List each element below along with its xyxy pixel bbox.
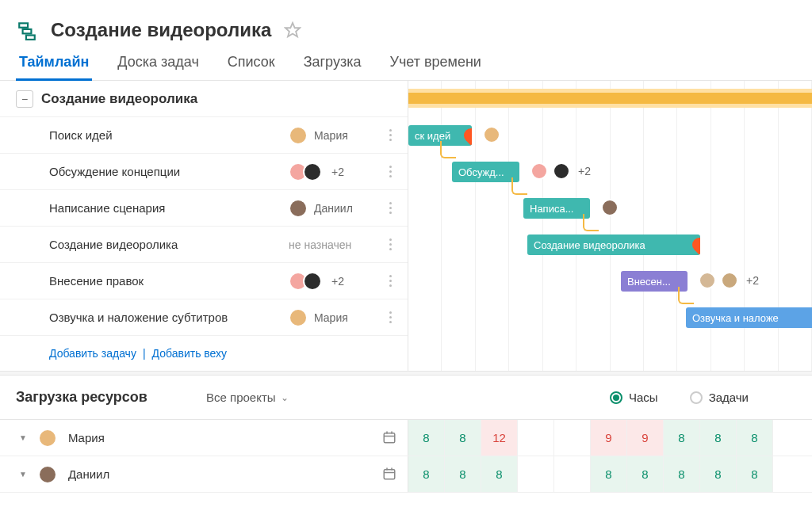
resources-title: Загрузка ресурсов [16, 389, 206, 406]
group-title: Создание видеоролика [41, 91, 197, 107]
radio-hours[interactable]: Часы [610, 391, 658, 404]
tab-3[interactable]: Загрузка [301, 54, 365, 80]
task-row[interactable]: Обсуждение концепции+2 [0, 154, 408, 190]
avatar [553, 162, 570, 180]
task-row[interactable]: Создание видеороликане назначен [0, 227, 408, 263]
workload-cell[interactable]: 8 [700, 420, 737, 456]
assignee[interactable]: Мария [289, 308, 376, 327]
workload-cell[interactable] [554, 420, 591, 456]
task-row[interactable]: Написание сценарияДаниил [0, 190, 408, 227]
avatar [699, 272, 716, 289]
view-tabs: ТаймлайнДоска задачСписокЗагрузкаУчет вр… [0, 41, 812, 81]
more-icon[interactable] [382, 200, 398, 216]
resource-row: ▼Мария881299888 [0, 420, 812, 456]
project-filter-dropdown[interactable]: Все проекты ⌄ [206, 391, 289, 404]
collapse-icon[interactable]: − [16, 90, 33, 108]
workload-cell[interactable]: 8 [700, 456, 737, 492]
radio-dot-icon [690, 391, 703, 404]
workload-cell[interactable]: 8 [591, 456, 627, 492]
svg-marker-3 [285, 23, 300, 36]
calendar-icon[interactable] [382, 467, 398, 482]
workload-cell[interactable]: 12 [481, 420, 518, 456]
workload-cell[interactable]: 8 [408, 456, 445, 492]
caret-icon[interactable]: ▼ [19, 433, 27, 442]
svg-rect-2 [26, 36, 35, 40]
avatar [483, 126, 500, 143]
star-icon[interactable] [284, 21, 301, 39]
tab-4[interactable]: Учет времени [386, 54, 484, 80]
tab-0[interactable]: Таймлайн [16, 54, 92, 80]
avatar [721, 272, 738, 289]
svg-rect-4 [384, 433, 395, 442]
assignee[interactable]: +2 [289, 272, 376, 291]
project-icon [16, 19, 38, 41]
task-name: Озвучка и наложение субтитров [49, 311, 289, 324]
gantt-bar[interactable]: Озвучка и наложе [686, 307, 812, 328]
svg-rect-1 [23, 29, 32, 33]
workload-cell[interactable]: 8 [664, 456, 700, 492]
workload-cell[interactable]: 8 [627, 456, 664, 492]
resource-name: Мария [68, 431, 371, 444]
more-icon[interactable] [382, 128, 398, 143]
workload-cell[interactable]: 8 [481, 456, 518, 492]
radio-tasks[interactable]: Задачи [690, 391, 749, 404]
task-name: Внесение правок [49, 274, 289, 288]
assignee[interactable]: +2 [289, 162, 376, 181]
avatar [601, 199, 619, 216]
task-row[interactable]: Внесение правок+2 [0, 263, 408, 299]
workload-cell[interactable]: 8 [408, 420, 445, 456]
project-bar[interactable] [408, 89, 812, 108]
more-icon[interactable] [382, 273, 398, 289]
svg-rect-0 [19, 23, 28, 27]
resource-row: ▼Даниил88888888 [0, 456, 812, 493]
workload-cell[interactable]: 9 [627, 420, 664, 456]
avatar [289, 199, 308, 218]
assignee[interactable]: Мария [289, 126, 376, 145]
workload-cell[interactable] [554, 456, 591, 492]
workload-cell[interactable]: 9 [591, 420, 627, 456]
assignee[interactable]: Даниил [289, 199, 376, 218]
divider: | [143, 347, 146, 360]
workload-cell[interactable]: 8 [737, 456, 773, 492]
tab-2[interactable]: Список [224, 54, 278, 80]
chevron-down-icon: ⌄ [281, 392, 289, 403]
avatar [303, 272, 322, 291]
workload-cell[interactable]: 8 [737, 420, 773, 456]
avatar [303, 162, 322, 181]
more-icon[interactable] [382, 310, 398, 326]
add-task-link[interactable]: Добавить задачу [49, 347, 136, 360]
avatar [530, 162, 548, 180]
connector [583, 214, 599, 231]
resource-name: Даниил [68, 467, 371, 481]
task-name: Поиск идей [49, 128, 289, 142]
gantt-bar[interactable]: Создание видеоролика [527, 234, 700, 255]
workload-cell[interactable]: 8 [664, 420, 700, 456]
avatar [289, 126, 308, 145]
task-name: Обсуждение концепции [49, 165, 289, 178]
connector [511, 177, 527, 195]
more-icon[interactable] [382, 164, 398, 180]
tab-1[interactable]: Доска задач [114, 54, 201, 80]
caret-icon[interactable]: ▼ [19, 470, 27, 479]
calendar-icon[interactable] [382, 430, 398, 446]
more-icon[interactable] [382, 237, 398, 253]
task-row[interactable]: Поиск идейМария [0, 117, 408, 154]
task-name: Создание видеоролика [49, 238, 289, 251]
task-row[interactable]: Озвучка и наложение субтитровМария [0, 299, 408, 336]
workload-cell[interactable] [518, 456, 554, 492]
flame-icon [461, 125, 472, 145]
workload-cell[interactable] [518, 420, 554, 456]
radio-dot-icon [610, 391, 622, 404]
assignee[interactable]: не назначен [289, 238, 376, 251]
workload-cell[interactable]: 8 [445, 420, 481, 456]
gantt-bar[interactable]: Написа... [523, 198, 590, 219]
gantt-bar[interactable]: Обсужд... [452, 162, 519, 182]
avatar [38, 429, 57, 448]
avatar [289, 308, 308, 327]
workload-cell[interactable]: 8 [445, 456, 481, 492]
connector [440, 141, 456, 158]
task-name: Написание сценария [49, 201, 289, 215]
avatar [38, 465, 57, 484]
add-milestone-link[interactable]: Добавить веху [152, 347, 228, 360]
svg-rect-8 [384, 469, 395, 479]
